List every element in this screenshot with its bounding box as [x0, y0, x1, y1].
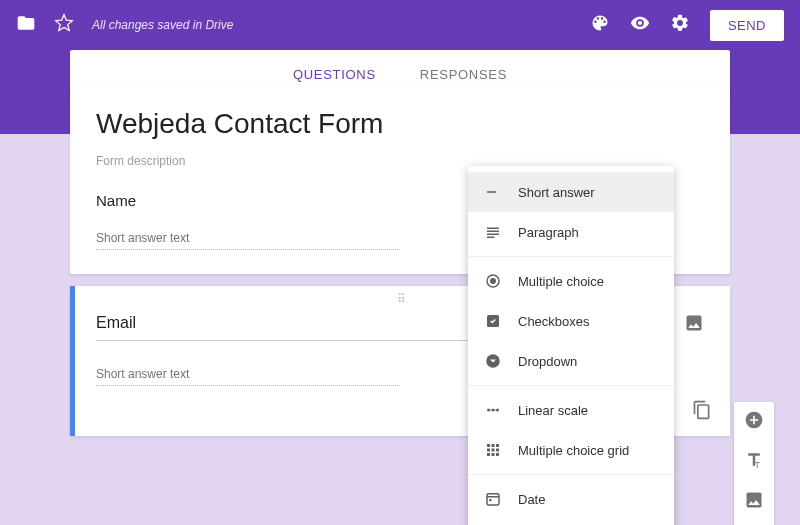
star-icon[interactable] — [54, 13, 74, 37]
folder-icon[interactable] — [16, 13, 36, 37]
side-toolbar: T — [734, 402, 774, 525]
settings-icon[interactable] — [670, 13, 690, 37]
answer-input — [96, 363, 400, 386]
preview-icon[interactable] — [630, 13, 650, 37]
save-status: All changes saved in Drive — [92, 18, 233, 32]
dropdown-item-label: Linear scale — [518, 403, 588, 418]
dropdown-separator — [468, 256, 674, 257]
dropdown-item-date[interactable]: Date — [468, 479, 674, 519]
dropdown-item-checkboxes[interactable]: Checkboxes — [468, 301, 674, 341]
canvas: Webjeda Contact Form Form description Na… — [0, 86, 800, 525]
insert-image-icon[interactable] — [684, 313, 704, 337]
topbar-right: SEND — [590, 10, 784, 41]
add-image-icon[interactable] — [744, 490, 764, 514]
question-type-dropdown: Short answer Paragraph Multiple choice C… — [468, 166, 674, 525]
topbar: All changes saved in Drive SEND — [0, 0, 800, 50]
dropdown-item-paragraph[interactable]: Paragraph — [468, 212, 674, 252]
dropdown-item-label: Short answer — [518, 185, 595, 200]
svg-text:T: T — [755, 460, 760, 470]
dropdown-item-label: Dropdown — [518, 354, 577, 369]
dropdown-item-short-answer[interactable]: Short answer — [468, 172, 674, 212]
dropdown-item-label: Paragraph — [518, 225, 579, 240]
duplicate-icon[interactable] — [692, 400, 712, 424]
svg-point-6 — [490, 278, 496, 284]
form-title[interactable]: Webjeda Contact Form — [96, 108, 704, 140]
dropdown-separator — [468, 385, 674, 386]
drag-handle-icon[interactable]: ⠿ — [397, 292, 408, 306]
dropdown-item-time[interactable]: Time — [468, 519, 674, 525]
dropdown-item-label: Checkboxes — [518, 314, 590, 329]
svg-rect-13 — [489, 499, 491, 501]
answer-input — [96, 227, 400, 250]
palette-icon[interactable] — [590, 13, 610, 37]
dropdown-item-multiple-choice[interactable]: Multiple choice — [468, 261, 674, 301]
topbar-left: All changes saved in Drive — [16, 13, 233, 37]
svg-rect-12 — [487, 494, 499, 505]
dropdown-item-label: Multiple choice grid — [518, 443, 629, 458]
add-title-icon[interactable]: T — [744, 450, 764, 474]
dropdown-item-label: Date — [518, 492, 545, 507]
dropdown-item-dropdown[interactable]: Dropdown — [468, 341, 674, 381]
send-button[interactable]: SEND — [710, 10, 784, 41]
add-question-icon[interactable] — [744, 410, 764, 434]
dropdown-item-multiple-choice-grid[interactable]: Multiple choice grid — [468, 430, 674, 470]
dropdown-separator — [468, 474, 674, 475]
dropdown-item-linear-scale[interactable]: Linear scale — [468, 390, 674, 430]
dropdown-item-label: Multiple choice — [518, 274, 604, 289]
